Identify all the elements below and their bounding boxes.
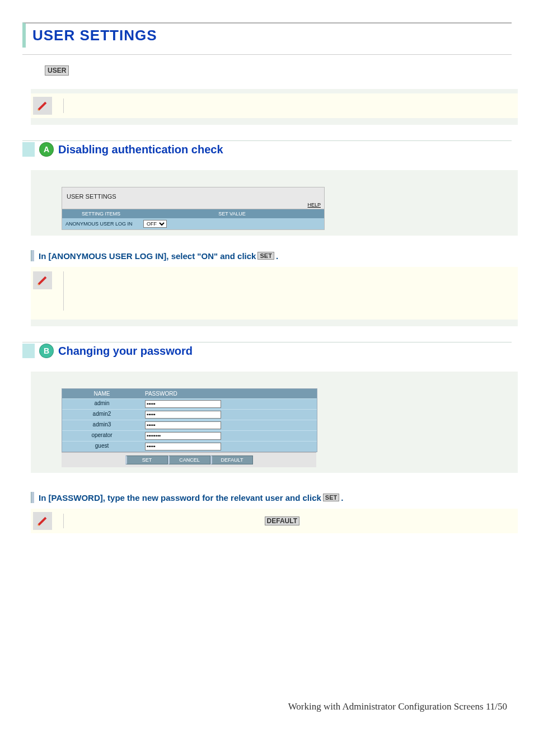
section-marker xyxy=(22,142,35,157)
instruction-b: In [PASSWORD], type the new password for… xyxy=(31,492,512,503)
inline-set-button-b[interactable]: SET xyxy=(323,494,339,501)
page-footer: Working with Administrator Configuration… xyxy=(0,701,507,712)
col-set-value: SET VALUE xyxy=(140,209,324,218)
pencil-icon xyxy=(33,271,52,289)
instruct-bar xyxy=(31,250,34,261)
password-input-admin2[interactable] xyxy=(145,411,221,419)
tab-user[interactable]: USER xyxy=(45,65,69,76)
table-row: guest xyxy=(62,441,317,452)
col-password: PASSWORD xyxy=(142,389,317,398)
shade xyxy=(31,320,518,326)
name-cell: guest xyxy=(62,442,142,452)
period: . xyxy=(341,493,343,503)
pencil-icon xyxy=(33,97,52,115)
period: . xyxy=(276,251,278,261)
name-cell: admin xyxy=(62,399,142,409)
help-link[interactable]: HELP xyxy=(307,202,321,208)
name-cell: admin3 xyxy=(62,420,142,430)
password-input-guest[interactable] xyxy=(145,443,221,450)
col-setting-items: SETTING ITEMS xyxy=(62,209,140,218)
panel-b-container: NAME PASSWORD admin admin2 admin3 operat… xyxy=(31,372,518,473)
instruction-b-text: In [PASSWORD], type the new password for… xyxy=(39,493,321,503)
bubble-b: B xyxy=(39,344,54,358)
tab-row: USER xyxy=(45,65,512,76)
name-cell: admin2 xyxy=(62,410,142,420)
password-input-admin[interactable] xyxy=(145,400,221,408)
note-band-3: DEFAULT xyxy=(31,509,518,533)
col-name: NAME xyxy=(62,389,142,398)
instruct-bar xyxy=(31,492,34,503)
user-settings-panel: USER SETTINGS HELP SETTING ITEMS SET VAL… xyxy=(62,187,325,230)
pencil-icon xyxy=(33,512,52,530)
section-a-title: Disabling authentication check xyxy=(58,143,223,156)
inline-set-button-a[interactable]: SET xyxy=(257,252,274,260)
bubble-a: A xyxy=(39,142,54,157)
row-anon-login-label: ANONYMOUS USER LOG IN xyxy=(62,218,140,229)
password-input-operator[interactable] xyxy=(145,432,221,440)
table-row: admin xyxy=(62,398,317,409)
instruction-a-text: In [ANONYMOUS USER LOG IN], select "ON" … xyxy=(39,251,256,261)
set-button[interactable]: SET xyxy=(125,456,168,464)
divider xyxy=(22,54,512,55)
section-a-header: A Disabling authentication check xyxy=(22,140,512,157)
page-title-bar: USER SETTINGS xyxy=(22,22,512,48)
note-band-1 xyxy=(31,93,518,118)
shade xyxy=(31,118,518,125)
section-b-header: B Changing your password xyxy=(22,342,512,358)
panel-title: USER SETTINGS xyxy=(67,193,116,200)
shade xyxy=(31,89,518,93)
vbar xyxy=(63,271,64,311)
cancel-button[interactable]: CANCEL xyxy=(168,456,210,464)
anon-login-select[interactable]: OFF xyxy=(143,220,167,228)
panel-a-container: USER SETTINGS HELP SETTING ITEMS SET VAL… xyxy=(31,170,518,236)
password-table: NAME PASSWORD admin admin2 admin3 operat… xyxy=(62,388,317,452)
default-inline-button[interactable]: DEFAULT xyxy=(265,516,299,525)
vbar xyxy=(63,514,64,528)
section-marker xyxy=(22,344,35,358)
table-row: operator xyxy=(62,430,317,441)
section-b-title: Changing your password xyxy=(58,345,193,358)
default-button[interactable]: DEFAULT xyxy=(210,456,253,464)
table-row: admin3 xyxy=(62,420,317,430)
password-input-admin3[interactable] xyxy=(145,421,221,429)
page-title: USER SETTINGS xyxy=(30,27,512,44)
name-cell: operator xyxy=(62,431,142,441)
password-button-row: SET CANCEL DEFAULT xyxy=(62,452,316,467)
note-band-2 xyxy=(31,267,518,320)
table-row: admin2 xyxy=(62,409,317,420)
vbar xyxy=(63,98,64,113)
instruction-a: In [ANONYMOUS USER LOG IN], select "ON" … xyxy=(31,250,512,261)
